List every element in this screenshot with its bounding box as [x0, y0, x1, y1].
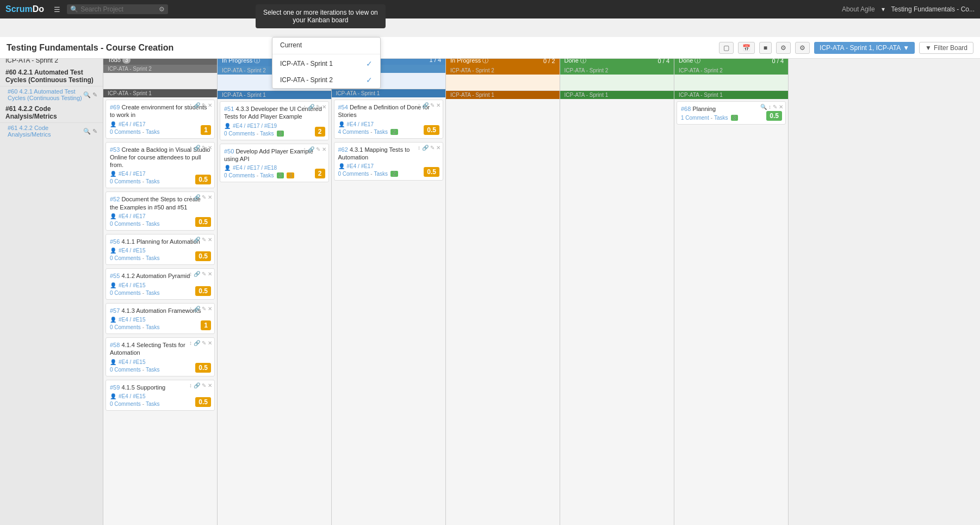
link-icon-51[interactable]: 🔗: [308, 104, 314, 110]
tasks-link-50[interactable]: Tasks: [260, 172, 274, 178]
comments-link-55[interactable]: 0 Comments: [110, 290, 141, 296]
comments-link-56[interactable]: 0 Comments: [110, 255, 141, 261]
link-icon-57[interactable]: 🔗: [194, 306, 200, 312]
x-icon-55[interactable]: ✕: [208, 271, 212, 277]
tasks-link-57[interactable]: Tasks: [146, 324, 160, 330]
search-icon-s[interactable]: 🔍: [83, 91, 91, 98]
comments-link-52[interactable]: 0 Comments: [110, 221, 141, 227]
epic-57[interactable]: #E4 / #E15: [119, 317, 145, 323]
tasks-link-51[interactable]: Tasks: [260, 131, 274, 137]
move-icon[interactable]: ↕: [189, 102, 192, 108]
move-icon-52[interactable]: ↕: [189, 194, 192, 200]
card-51-link[interactable]: #51: [224, 106, 234, 112]
card-53-link[interactable]: #53: [110, 146, 120, 153]
dropdown-sprint1[interactable]: ICP-ATA - Sprint 1 ✓: [272, 55, 380, 72]
card-55-link[interactable]: #55: [110, 273, 120, 279]
map-view-btn[interactable]: ■: [759, 42, 772, 54]
edit-icon-51[interactable]: ✎: [316, 104, 320, 110]
edit-icon-55[interactable]: ✎: [202, 271, 206, 277]
edit-icon-s2[interactable]: ✎: [92, 128, 97, 135]
gear-icon[interactable]: ⚙: [159, 5, 165, 13]
tasks-link-68[interactable]: Tasks: [714, 115, 728, 121]
edit-icon-62[interactable]: ✎: [430, 145, 435, 151]
move-icon-50[interactable]: ↕: [303, 146, 306, 152]
epic-51[interactable]: #E4 / #E17 / #E19: [233, 123, 277, 129]
x-icon-56[interactable]: ✕: [208, 237, 212, 243]
card-68-link[interactable]: #68: [681, 106, 691, 112]
x-icon-54[interactable]: ✕: [436, 102, 441, 108]
sidebar-story-1[interactable]: #60 4.2.1 Automated Test Cycles (Continu…: [0, 87, 103, 103]
link-icon-58[interactable]: 🔗: [194, 340, 200, 346]
move-icon-55[interactable]: ↕: [189, 271, 192, 277]
comments-link-59[interactable]: 0 Comments: [110, 401, 141, 407]
x-icon-51[interactable]: ✕: [322, 104, 326, 110]
dropdown-sprint2[interactable]: ICP-ATA - Sprint 2 ✓: [272, 72, 380, 88]
epic-69[interactable]: #E4 / #E17: [119, 121, 145, 127]
more-settings-btn[interactable]: ⚙: [795, 42, 810, 54]
x-icon[interactable]: ✕: [208, 102, 212, 108]
comments-link-57[interactable]: 0 Comments: [110, 324, 141, 330]
tasks-link-59[interactable]: Tasks: [146, 401, 160, 407]
comments-link-50[interactable]: 0 Comments: [224, 172, 255, 178]
x-icon-62[interactable]: ✕: [436, 145, 441, 151]
epic-59[interactable]: #E4 / #E15: [119, 393, 145, 399]
move-icon-62[interactable]: ↕: [418, 145, 420, 151]
x-icon-68[interactable]: ✕: [779, 104, 783, 110]
card-50-link[interactable]: #50: [224, 148, 234, 155]
epic-58[interactable]: #E4 / #E15: [119, 359, 145, 365]
link-icon-52[interactable]: 🔗: [194, 194, 200, 200]
move-icon-56[interactable]: ↕: [189, 237, 192, 243]
comments-link-62[interactable]: 0 Comments: [338, 171, 369, 177]
edit-icon-50[interactable]: ✎: [316, 146, 320, 152]
tasks-link-62[interactable]: Tasks: [374, 171, 388, 177]
epic-55[interactable]: #E4 / #E15: [119, 282, 145, 288]
edit-icon-54[interactable]: ✎: [430, 102, 435, 108]
epic-54[interactable]: #E4 / #E17: [347, 121, 374, 127]
card-57-link[interactable]: #57: [110, 307, 120, 314]
edit-icon-57[interactable]: ✎: [202, 306, 206, 312]
card-69-link[interactable]: #69: [110, 104, 120, 110]
list-view-btn[interactable]: ▢: [719, 42, 734, 54]
card-59-link[interactable]: #59: [110, 384, 120, 391]
comments-link-54[interactable]: 4 Comments: [338, 129, 369, 135]
link-icon-53[interactable]: 🔗: [194, 145, 200, 151]
move-icon-51[interactable]: ↕: [303, 104, 306, 110]
edit-icon-53[interactable]: ✎: [202, 145, 206, 151]
comments-link-68[interactable]: 1 Comment: [681, 115, 709, 121]
tasks-link-54[interactable]: Tasks: [374, 129, 388, 135]
tasks-link-52[interactable]: Tasks: [146, 221, 160, 227]
x-icon-50[interactable]: ✕: [322, 146, 326, 152]
comments-link-69[interactable]: 0 Comments: [110, 129, 141, 135]
epic-53[interactable]: #E4 / #E17: [119, 171, 145, 177]
sprint-dropdown-btn[interactable]: ICP-ATA - Sprint 1, ICP-ATA ▼: [814, 42, 915, 54]
comments-link-58[interactable]: 0 Comments: [110, 367, 141, 373]
x-icon-58[interactable]: ✕: [208, 340, 212, 346]
x-icon-59[interactable]: ✕: [208, 382, 212, 388]
epic-62[interactable]: #E4 / #E17: [347, 163, 374, 169]
edit-icon-s[interactable]: ✎: [92, 91, 97, 98]
link-icon-50[interactable]: 🔗: [308, 146, 314, 152]
dropdown-current[interactable]: Current: [272, 38, 380, 53]
epic-52[interactable]: #E4 / #E17: [119, 213, 145, 219]
edit-icon-59[interactable]: ✎: [202, 382, 206, 388]
edit-icon[interactable]: ✎: [202, 102, 206, 108]
tasks-link-56[interactable]: Tasks: [146, 255, 160, 261]
comments-link-53[interactable]: 0 Comments: [110, 178, 141, 184]
card-54-link[interactable]: #54: [338, 104, 348, 110]
epic-50[interactable]: #E4 / #E17 / #E18: [233, 165, 277, 171]
nav-toggle-btn[interactable]: ☰: [52, 4, 63, 15]
search-icon-s2[interactable]: 🔍: [83, 128, 91, 135]
link-icon-59[interactable]: 🔗: [194, 382, 200, 388]
move-icon-59[interactable]: ↕: [189, 382, 192, 388]
move-icon-57[interactable]: ↕: [189, 306, 192, 312]
card-62-link[interactable]: #62: [338, 146, 348, 153]
move-icon-68[interactable]: ↕: [768, 104, 771, 110]
edit-icon-52[interactable]: ✎: [202, 194, 206, 200]
edit-icon-58[interactable]: ✎: [202, 340, 206, 346]
link-icon-62[interactable]: 🔗: [422, 145, 429, 151]
card-52-link[interactable]: #52: [110, 196, 120, 202]
edit-icon-56[interactable]: ✎: [202, 237, 206, 243]
search-icon-68[interactable]: 🔍: [760, 104, 767, 110]
link-icon-56[interactable]: 🔗: [194, 237, 200, 243]
sidebar-story-2[interactable]: #61 4.2.2 Code Analysis/Metrics 🔍 ✎: [0, 123, 103, 139]
